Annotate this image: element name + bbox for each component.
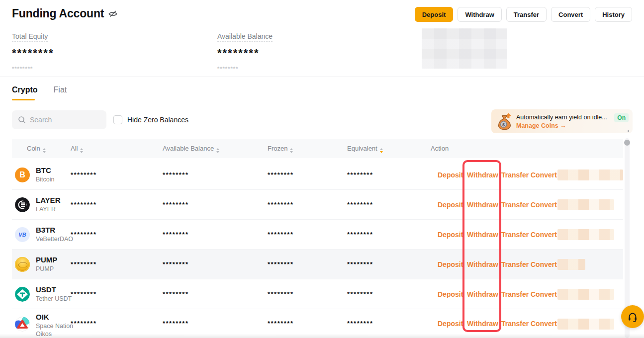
equivalent-value: ******** — [347, 279, 373, 309]
auto-earn-status-badge: On — [614, 113, 629, 122]
row-convert-link[interactable]: Convert — [531, 190, 557, 219]
available-value: ******** — [163, 220, 188, 249]
available-value: ******** — [163, 250, 188, 279]
row-transfer-link[interactable]: Transfer — [501, 220, 529, 249]
table-row: PUMP PUMP ******** ******** ******** ***… — [12, 250, 623, 279]
search-box[interactable] — [12, 110, 106, 129]
all-value: ******** — [71, 160, 96, 189]
column-header-action: Action — [431, 139, 449, 158]
equivalent-value: ******** — [347, 250, 373, 279]
support-chat-button[interactable] — [621, 305, 644, 328]
frozen-value: ******** — [268, 279, 293, 309]
total-equity-label: Total Equity — [12, 32, 48, 42]
hide-zero-label: Hide Zero Balances — [127, 116, 188, 124]
scrollbar-thumb[interactable] — [624, 140, 630, 146]
row-withdraw-link[interactable]: Withdraw — [467, 160, 498, 189]
money-bag-icon: $ — [493, 110, 515, 132]
arrow-right-icon: → — [560, 122, 566, 129]
manage-coins-link[interactable]: Manage Coins → — [516, 122, 611, 129]
redacted-value — [557, 259, 585, 270]
column-header-all[interactable]: All — [71, 139, 83, 158]
column-header-available-balance[interactable]: Available Balance — [163, 139, 219, 158]
sort-icon — [80, 148, 83, 153]
redacted-value — [557, 289, 614, 300]
coin-cell: BTC Bitcoin — [36, 166, 55, 184]
row-deposit-link[interactable]: Deposit — [438, 220, 463, 249]
equivalent-value: ******** — [347, 220, 373, 249]
table-row: LAYER LAYER ******** ******** ******** *… — [12, 190, 623, 220]
coin-symbol: BTC — [36, 166, 55, 174]
btc-coin-icon: B — [15, 168, 30, 182]
funding-account-page: Funding Account Deposit Withdraw Transfe… — [0, 0, 644, 338]
row-transfer-link[interactable]: Transfer — [501, 190, 529, 219]
frozen-value: ******** — [268, 190, 293, 219]
available-balance-value: ******** — [217, 47, 273, 60]
bottom-shadow — [0, 334, 644, 338]
equivalent-value: ******** — [347, 160, 373, 189]
coin-cell: USDT Tether USDT — [36, 285, 72, 303]
table-row: B BTC Bitcoin ******** ******** ********… — [12, 160, 623, 190]
decorative-dot — [628, 130, 629, 132]
headset-icon — [627, 311, 639, 323]
svg-text:$: $ — [502, 122, 505, 127]
convert-button[interactable]: Convert — [551, 7, 590, 22]
redacted-value — [557, 169, 623, 180]
row-transfer-link[interactable]: Transfer — [501, 250, 529, 279]
row-deposit-link[interactable]: Deposit — [438, 160, 463, 189]
asset-tabs: Crypto Fiat — [12, 85, 67, 100]
row-withdraw-link[interactable]: Withdraw — [467, 250, 498, 279]
coin-symbol: PUMP — [36, 255, 57, 264]
transfer-button[interactable]: Transfer — [506, 7, 547, 22]
table-row: VB B3TR VeBetterDAO ******** ******** **… — [12, 220, 623, 250]
hide-zero-checkbox[interactable] — [113, 115, 122, 124]
row-withdraw-link[interactable]: Withdraw — [467, 190, 498, 219]
layer-coin-icon — [15, 197, 30, 212]
row-transfer-link[interactable]: Transfer — [501, 160, 529, 189]
oik-coin-icon — [15, 317, 30, 332]
coin-name: Bitcoin — [36, 176, 55, 184]
frozen-value: ******** — [268, 220, 293, 249]
row-deposit-link[interactable]: Deposit — [438, 279, 463, 309]
row-withdraw-link[interactable]: Withdraw — [467, 279, 498, 309]
page-title: Funding Account — [12, 7, 104, 20]
total-equity-value: ******** — [12, 47, 54, 60]
row-withdraw-link[interactable]: Withdraw — [467, 220, 498, 249]
column-header-equivalent[interactable]: Equivalent — [347, 139, 383, 158]
withdraw-button[interactable]: Withdraw — [458, 7, 501, 22]
coin-name: LAYER — [36, 206, 60, 214]
table-header: Coin All Available Balance Frozen Equiva… — [12, 139, 623, 158]
auto-earn-banner: $ Automatically earn yield on idle... Ma… — [491, 109, 633, 133]
eye-off-icon[interactable] — [108, 9, 118, 19]
row-convert-link[interactable]: Convert — [531, 250, 557, 279]
tab-fiat[interactable]: Fiat — [54, 85, 67, 100]
section-divider — [0, 77, 644, 77]
coin-cell: B3TR VeBetterDAO — [36, 226, 73, 244]
deposit-button[interactable]: Deposit — [415, 7, 454, 22]
column-header-coin[interactable]: Coin — [27, 139, 46, 158]
history-button[interactable]: History — [595, 7, 632, 22]
coin-name: VeBetterDAO — [36, 236, 73, 244]
banner-texts: Automatically earn yield on idle... Mana… — [515, 114, 611, 129]
coin-name: Tether USDT — [36, 295, 72, 303]
hide-zero-filter: Hide Zero Balances — [113, 115, 188, 124]
row-convert-link[interactable]: Convert — [531, 279, 557, 309]
row-transfer-link[interactable]: Transfer — [501, 279, 529, 309]
all-value: ******** — [71, 250, 96, 279]
available-balance-sub: ******** — [217, 66, 273, 72]
total-equity-sub: ******** — [12, 66, 54, 72]
row-deposit-link[interactable]: Deposit — [438, 250, 463, 279]
row-deposit-link[interactable]: Deposit — [438, 190, 463, 219]
tab-crypto[interactable]: Crypto — [12, 85, 38, 100]
column-header-frozen[interactable]: Frozen — [268, 139, 293, 158]
search-icon — [18, 116, 26, 124]
redacted-value — [557, 319, 614, 330]
available-value: ******** — [163, 190, 188, 219]
all-value: ******** — [71, 220, 96, 249]
search-input[interactable] — [30, 116, 100, 124]
row-convert-link[interactable]: Convert — [531, 160, 557, 189]
coin-name: PUMP — [36, 265, 57, 273]
frozen-value: ******** — [268, 160, 293, 189]
all-value: ******** — [71, 279, 96, 309]
row-convert-link[interactable]: Convert — [531, 220, 557, 249]
banner-message: Automatically earn yield on idle... — [516, 114, 611, 121]
